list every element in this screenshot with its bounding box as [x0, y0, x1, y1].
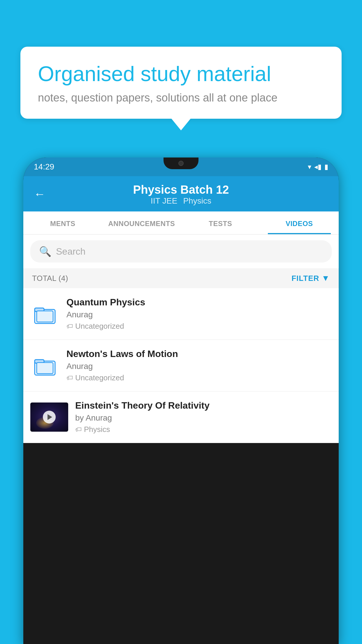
video-tag: 🏷 Physics: [75, 425, 332, 434]
header-physics: Physics: [183, 196, 211, 206]
back-button[interactable]: ←: [34, 187, 45, 200]
header-iit-jee: IIT JEE: [151, 196, 177, 206]
search-placeholder: Search: [56, 246, 85, 257]
video-info: Quantum Physics Anurag 🏷 Uncategorized: [66, 297, 332, 331]
tag-icon: 🏷: [66, 323, 73, 330]
total-count-label: TOTAL (4): [32, 274, 68, 283]
tabs-container: MENTS ANNOUNCEMENTS TESTS VIDEOS: [23, 211, 339, 235]
battery-icon: ▮: [324, 163, 328, 171]
status-icons: ▾ ◂▮ ▮: [308, 163, 328, 171]
filter-label: FILTER: [291, 274, 319, 283]
signal-icon: ◂▮: [314, 163, 321, 171]
video-info: Einstein's Theory Of Relativity by Anura…: [75, 400, 332, 434]
list-item[interactable]: Einstein's Theory Of Relativity by Anura…: [23, 391, 339, 443]
tag-label: Uncategorized: [75, 373, 124, 382]
play-button[interactable]: [43, 411, 56, 424]
svg-rect-5: [37, 363, 53, 374]
play-icon: [48, 414, 52, 420]
tag-icon: 🏷: [75, 426, 82, 433]
video-info: Newton's Laws of Motion Anurag 🏷 Uncateg…: [66, 349, 332, 382]
svg-rect-2: [37, 311, 53, 322]
tag-label: Physics: [84, 425, 110, 434]
bubble-title: Organised study material: [38, 61, 324, 86]
tab-videos[interactable]: VIDEOS: [260, 211, 339, 234]
camera: [178, 161, 184, 166]
search-icon: 🔍: [39, 246, 51, 257]
filter-icon: ▼: [321, 274, 330, 283]
app-header: ← Physics Batch 12 IIT JEE Physics: [23, 176, 339, 211]
video-list: Quantum Physics Anurag 🏷 Uncategorized N…: [23, 288, 339, 443]
video-author: by Anurag: [75, 413, 332, 423]
video-tag: 🏷 Uncategorized: [66, 373, 332, 382]
notch: [164, 158, 198, 169]
folder-icon: [30, 299, 59, 328]
status-bar: 14:29 ▾ ◂▮ ▮: [23, 158, 339, 176]
wifi-icon: ▾: [308, 163, 311, 171]
search-input-wrap[interactable]: 🔍 Search: [30, 240, 332, 262]
phone-frame: 14:29 ▾ ◂▮ ▮ ← Physics Batch 12 IIT JEE …: [23, 158, 339, 644]
video-title: Newton's Laws of Motion: [66, 349, 332, 359]
list-item[interactable]: Newton's Laws of Motion Anurag 🏷 Uncateg…: [23, 340, 339, 391]
video-author: Anurag: [66, 362, 332, 371]
filter-row: TOTAL (4) FILTER ▼: [23, 268, 339, 288]
folder-icon: [30, 351, 59, 380]
header-title: Physics Batch 12: [133, 183, 229, 196]
video-thumbnail: [30, 402, 68, 432]
tag-icon: 🏷: [66, 374, 73, 382]
tab-announcements[interactable]: ANNOUNCEMENTS: [102, 211, 181, 234]
status-time: 14:29: [34, 162, 54, 172]
bubble-subtitle: notes, question papers, solutions all at…: [38, 92, 324, 104]
filter-button[interactable]: FILTER ▼: [291, 274, 330, 283]
speech-bubble: Organised study material notes, question…: [20, 47, 342, 119]
header-subtitle: IIT JEE Physics: [151, 196, 211, 206]
tag-label: Uncategorized: [75, 322, 124, 331]
video-title: Einstein's Theory Of Relativity: [75, 400, 332, 411]
search-bar: 🔍 Search: [23, 235, 339, 268]
video-tag: 🏷 Uncategorized: [66, 322, 332, 331]
tab-ments[interactable]: MENTS: [23, 211, 102, 234]
video-author: Anurag: [66, 310, 332, 319]
list-item[interactable]: Quantum Physics Anurag 🏷 Uncategorized: [23, 288, 339, 340]
video-title: Quantum Physics: [66, 297, 332, 308]
tab-tests[interactable]: TESTS: [181, 211, 260, 234]
